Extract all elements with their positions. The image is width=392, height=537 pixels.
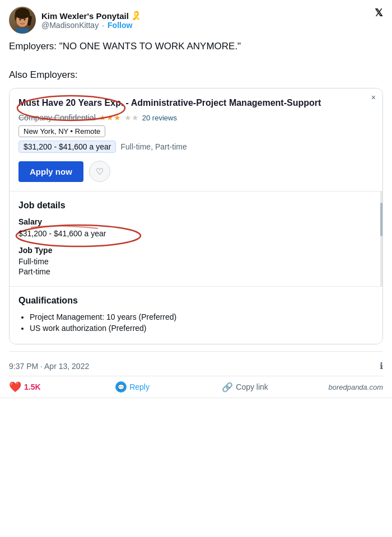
svg-point-4 xyxy=(20,19,21,21)
scroll-thumb xyxy=(380,203,382,236)
job-card: × Must Have 20 Years Exp. - Administrati… xyxy=(9,88,383,345)
salary-type-row: $31,200 - $41,600 a year Full-time, Part… xyxy=(18,141,374,153)
tweet-header: Kim Wexler's Ponytail 🎗️ @MadisonKittay … xyxy=(9,7,383,34)
qualifications-list: Project Management: 10 years (Preferred)… xyxy=(18,312,374,333)
qualifications-section: Qualifications Project Management: 10 ye… xyxy=(10,287,382,344)
reply-label: Reply xyxy=(129,382,150,391)
heart-like-icon: ❤️ xyxy=(9,381,21,393)
user-info: Kim Wexler's Ponytail 🎗️ @MadisonKittay … xyxy=(41,11,142,30)
review-count: 20 reviews xyxy=(142,114,177,122)
reply-bubble-icon: 💬 xyxy=(115,381,127,393)
svg-point-2 xyxy=(15,8,30,19)
salary-label: Salary xyxy=(18,217,374,226)
dot: · xyxy=(102,21,104,30)
tweet-text: Employers: "NO ONE WANTS TO WORK ANYMORE… xyxy=(9,39,383,82)
username: @MadisonKittay xyxy=(41,21,99,30)
job-title-rest: - Administrative-Project Management-Supp… xyxy=(126,98,321,108)
info-icon[interactable]: ℹ xyxy=(380,361,383,371)
tweet-timestamp-row: 9:37 PM · Apr 13, 2022 ℹ xyxy=(9,356,383,376)
like-count: 1.5K xyxy=(24,382,41,391)
stars-filled: ★★★ xyxy=(99,113,121,122)
ribbon-emoji: 🎗️ xyxy=(131,11,142,21)
copy-link-button[interactable]: 🔗 Copy link xyxy=(222,382,268,393)
salary-value: $31,200 - $41,600 a year xyxy=(18,229,106,238)
salary-detail: Salary $31,200 - $41,600 a year xyxy=(18,217,374,240)
display-name: Kim Wexler's Ponytail 🎗️ xyxy=(41,11,142,21)
company-name: Company Confidential xyxy=(18,113,96,122)
tweet-container: Kim Wexler's Ponytail 🎗️ @MadisonKittay … xyxy=(0,0,392,398)
svg-rect-6 xyxy=(16,28,29,34)
save-job-button[interactable]: ♡ xyxy=(89,161,110,182)
location-sep: • xyxy=(71,127,73,136)
qual-item-1: Project Management: 10 years (Preferred) xyxy=(30,312,374,321)
tweet-actions: ❤️ 1.5K 💬 Reply 🔗 Copy link boredpanda xyxy=(9,376,383,398)
qualifications-title: Qualifications xyxy=(18,296,374,306)
tweet-line2: Also Employers: xyxy=(9,68,383,82)
location-row: New York, NY • Remote xyxy=(18,125,374,137)
branding: boredpanda.com xyxy=(328,383,383,391)
reply-group: 💬 Reply xyxy=(115,381,222,393)
copy-label: Copy link xyxy=(236,382,268,391)
like-button[interactable]: ❤️ 1.5K xyxy=(9,381,41,393)
job-title-circled-area: Must Have 20 Years Exp. xyxy=(18,98,126,108)
apply-now-button[interactable]: Apply now xyxy=(18,161,83,182)
action-buttons: Apply now ♡ xyxy=(18,161,374,182)
remote-text: Remote xyxy=(75,127,101,136)
like-group: ❤️ 1.5K xyxy=(9,381,115,393)
job-details-section: Job details Salary $31,200 - $41,600 a y… xyxy=(10,192,382,287)
job-type-fulltime: Full-time xyxy=(18,257,374,266)
close-button[interactable]: × xyxy=(371,93,376,102)
job-type-parttime: Part-time xyxy=(18,267,374,276)
salary-value-wrap: $31,200 - $41,600 a year xyxy=(18,228,106,240)
heart-icon: ♡ xyxy=(96,166,104,177)
job-company-row: Company Confidential ★★★★★ 20 reviews xyxy=(18,113,374,122)
scrollbar[interactable] xyxy=(380,192,382,287)
display-name-text: Kim Wexler's Ponytail xyxy=(41,11,129,21)
job-details-wrapper: Job details Salary $31,200 - $41,600 a y… xyxy=(10,192,382,287)
job-title-area: Must Have 20 Years Exp. - Administrative… xyxy=(18,97,357,109)
qual-item-2: US work authorization (Preferred) xyxy=(30,324,374,333)
link-icon: 🔗 xyxy=(222,382,233,393)
job-type-label: Job Type xyxy=(18,246,374,255)
copy-group: 🔗 Copy link xyxy=(222,382,328,393)
tweet-header-left: Kim Wexler's Ponytail 🎗️ @MadisonKittay … xyxy=(9,7,142,34)
x-logo: 𝕏 xyxy=(375,7,383,19)
follow-button[interactable]: Follow xyxy=(108,21,132,30)
tweet-footer: 9:37 PM · Apr 13, 2022 ℹ ❤️ 1.5K 💬 Reply xyxy=(9,351,383,398)
tweet-line1: Employers: "NO ONE WANTS TO WORK ANYMORE… xyxy=(9,39,383,54)
job-type-text: Full-time, Part-time xyxy=(120,142,186,151)
location-text: New York, NY xyxy=(24,127,68,136)
location-badge: New York, NY • Remote xyxy=(18,125,105,137)
salary-badge: $31,200 - $41,600 a year xyxy=(18,141,116,153)
stars-empty: ★★ xyxy=(124,113,139,122)
timestamp: 9:37 PM · Apr 13, 2022 xyxy=(9,362,89,371)
avatar xyxy=(9,7,36,34)
avatar-illustration xyxy=(9,7,36,34)
job-details-title: Job details xyxy=(18,200,374,211)
job-title-circled: Must Have 20 Years Exp. xyxy=(18,98,123,108)
reply-button[interactable]: 💬 Reply xyxy=(115,381,150,393)
job-card-top-section: × Must Have 20 Years Exp. - Administrati… xyxy=(10,88,382,192)
svg-point-5 xyxy=(24,19,26,21)
job-type-detail: Job Type Full-time Part-time xyxy=(18,246,374,276)
reply-icon: 💬 xyxy=(118,384,124,390)
username-follow-row: @MadisonKittay · Follow xyxy=(41,21,142,30)
